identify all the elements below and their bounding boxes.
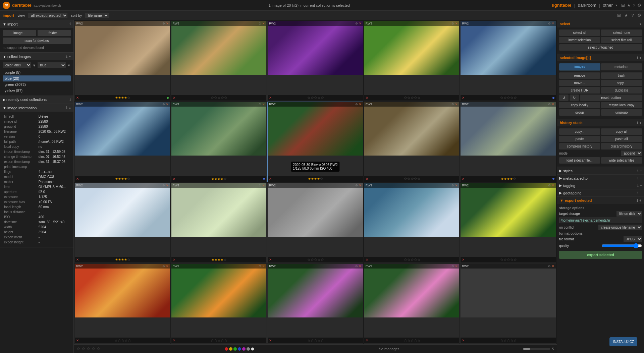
collect-value-select[interactable]: blue [38, 62, 66, 68]
star-2[interactable]: ★ [121, 96, 124, 100]
star-3[interactable]: ☆ [317, 257, 321, 261]
photo-cell[interactable]: RW2 ⊙ ✕ 2020-05-30-Bièvre-0306 RW21/125 … [267, 102, 363, 182]
star-0[interactable]: ★ [501, 177, 504, 181]
group-button[interactable]: group [559, 109, 600, 116]
geotagging-icon1[interactable]: ℹ [637, 191, 639, 195]
star-4[interactable]: ☆ [321, 96, 324, 100]
star-1[interactable]: ☆ [503, 257, 507, 261]
star-icon[interactable]: ★ [627, 3, 631, 8]
reject-button[interactable]: ✕ [366, 339, 368, 342]
on-conflict-select[interactable]: create unique filename [598, 225, 642, 230]
star-2[interactable]: ☆ [507, 257, 510, 261]
export-selected-header[interactable]: ▼ export selected ℹ + [557, 196, 644, 204]
collection-green[interactable]: green (2072) [3, 81, 71, 87]
star-4[interactable]: ☆ [224, 96, 227, 100]
trash-button[interactable]: trash [601, 72, 642, 79]
star-1[interactable]: ☆ [407, 338, 411, 342]
paste-button[interactable]: paste [559, 136, 600, 142]
mode-select[interactable]: append [621, 151, 642, 156]
recently-used-header[interactable]: ▶ recently used collections ℹ [0, 96, 73, 104]
star-1[interactable]: ☆ [311, 338, 314, 342]
paste-all-button[interactable]: paste all [601, 136, 642, 142]
image-import-button[interactable]: image... [3, 30, 36, 36]
tagging-icon1[interactable]: ℹ [637, 184, 639, 187]
star-4[interactable]: ☆ [223, 177, 227, 181]
export-path-input[interactable] [559, 218, 642, 223]
star-2[interactable]: ☆ [314, 338, 317, 342]
star-0[interactable]: ☆ [211, 338, 214, 342]
star-2[interactable]: ☆ [314, 96, 317, 100]
metadata-icon2[interactable]: + [640, 176, 642, 180]
star-0[interactable]: ☆ [404, 257, 407, 261]
star-0[interactable]: ☆ [500, 257, 503, 261]
overlay-icon[interactable]: ★ [624, 13, 628, 18]
photo-cell[interactable]: RW2 ⊙ ✕ ✕ ★★★★☆ [74, 102, 170, 182]
compress-history-button[interactable]: compress history [559, 143, 600, 150]
star-4[interactable]: ☆ [127, 257, 130, 261]
star-0[interactable]: ☆ [404, 338, 407, 342]
collect-type-select[interactable]: color label [3, 62, 31, 68]
select-all-button[interactable]: select all [559, 30, 600, 36]
star-2[interactable]: ★ [314, 177, 317, 181]
photo-cell[interactable]: RW2 ⊙ ✕ ✕ ☆☆☆☆☆ [460, 183, 556, 263]
star-1[interactable]: ☆ [311, 257, 314, 261]
star-0[interactable]: ☆ [307, 338, 311, 342]
reject-button[interactable]: ✕ [462, 96, 465, 100]
select-film-roll-button[interactable]: select film roll [601, 37, 642, 43]
star-2[interactable]: ☆ [411, 96, 414, 100]
photo-cell[interactable]: RW2 ⊙ ✕ ✕ ☆☆☆☆☆ [364, 102, 460, 182]
export-info-icon[interactable]: ℹ [637, 199, 638, 202]
select-untouched-button[interactable]: select untouched [559, 44, 642, 51]
export-selected-button[interactable]: export selected [559, 251, 642, 259]
reject-button[interactable]: ✕ [76, 96, 79, 100]
photo-cell[interactable]: RW2 ⊙ ✕ ✕ ☆☆☆☆☆ [267, 183, 363, 263]
star-4[interactable]: ☆ [127, 177, 130, 181]
collect-info-icon[interactable]: ℹ [66, 54, 67, 59]
reject-button[interactable]: ✕ [76, 258, 79, 261]
star-0[interactable]: ☆ [500, 338, 503, 342]
nav-lighttable[interactable]: lighttable [552, 3, 572, 8]
info-info-icon[interactable]: ℹ [66, 106, 67, 110]
star-4[interactable]: ☆ [321, 257, 324, 261]
star-2[interactable]: ★ [507, 177, 510, 181]
star-4[interactable]: ☆ [321, 338, 324, 342]
star-3[interactable]: ★ [124, 258, 127, 261]
star-3[interactable]: ★ [510, 177, 513, 181]
scan-devices-button[interactable]: scan for devices [3, 38, 71, 44]
star-4[interactable]: ☆ [224, 338, 227, 342]
image-info-header[interactable]: ▼ image information ℹ ≡ [0, 104, 73, 112]
star-3[interactable]: ★ [124, 96, 127, 100]
reject-button[interactable]: ✕ [366, 96, 368, 100]
nav-darkroom[interactable]: darkroom [578, 3, 596, 8]
photo-cell[interactable]: RW2 ⊙ ✕ ✕ ★★★★☆ [74, 21, 170, 101]
filter-white[interactable] [251, 347, 254, 351]
grid-icon[interactable]: ⊞ [621, 3, 625, 8]
star-3[interactable]: ☆ [510, 338, 514, 342]
sel-info-icon[interactable]: ℹ [637, 56, 638, 60]
star-0[interactable]: ☆ [500, 96, 503, 100]
photo-cell[interactable]: RW2 ⊙ ✕ ✕ ☆☆☆☆☆ [171, 263, 267, 344]
star-1[interactable]: ☆ [118, 338, 121, 342]
resync-local-copy-button[interactable]: resync local copy [601, 102, 642, 108]
star-3[interactable]: ☆ [317, 338, 321, 342]
reject-button[interactable]: ✕ [269, 339, 272, 342]
tab-metadata-button[interactable]: metadata [601, 63, 642, 70]
copy-button[interactable]: copy... [601, 80, 642, 86]
star-4[interactable]: ☆ [417, 257, 421, 261]
star-1[interactable]: ☆ [503, 338, 507, 342]
layout-icon[interactable]: ⊞ [617, 13, 621, 18]
reject-button[interactable]: ✕ [462, 339, 465, 342]
tab-images-button[interactable]: images [559, 63, 600, 70]
star-3[interactable]: ☆ [414, 96, 417, 100]
reject-button[interactable]: ✕ [173, 258, 175, 261]
photo-cell[interactable]: RW2 ⊙ ✕ ✕ ☆☆☆☆☆ [74, 263, 170, 344]
nav-arrow[interactable]: ▾ [615, 3, 617, 7]
folder-import-button[interactable]: folder... [38, 30, 71, 36]
star-4[interactable]: ☆ [417, 338, 421, 342]
collect-images-header[interactable]: ▼ collect images ℹ ≡ [0, 53, 73, 60]
star-0[interactable]: ★ [308, 177, 311, 181]
star-0[interactable]: ☆ [404, 96, 407, 100]
star-2[interactable]: ☆ [314, 257, 317, 261]
star-2[interactable]: ☆ [507, 338, 510, 342]
star-4[interactable]: ☆ [417, 96, 421, 100]
